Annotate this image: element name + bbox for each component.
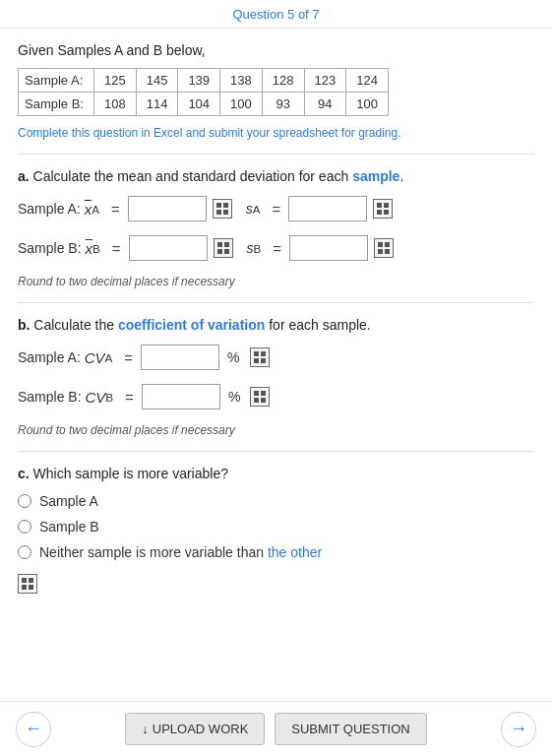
table-row: Sample A: 125 145 139 138 128 123 124	[19, 69, 389, 93]
action-buttons: ↓ UPLOAD WORK SUBMIT QUESTION	[125, 713, 426, 745]
svg-rect-16	[254, 351, 259, 356]
section-c-bold: c.	[18, 466, 30, 481]
cv-a-label: Sample A: CVA	[18, 349, 112, 366]
radio-label-neither: Neither sample is more variable than the…	[39, 544, 322, 560]
round-note-a: Round to two decimal places if necessary	[18, 275, 534, 288]
question-counter: Question 5 of 7	[232, 7, 319, 22]
std-a-input[interactable]	[288, 196, 367, 221]
grid-icon-mean-a[interactable]	[213, 199, 232, 219]
section-divider-a	[18, 154, 534, 155]
sub-a: A	[92, 203, 99, 216]
table-cell: 100	[346, 93, 389, 116]
svg-rect-10	[217, 249, 222, 254]
sample-a-mean-row: Sample A: xA = sA =	[18, 196, 534, 221]
grid-icon-std-b[interactable]	[374, 238, 394, 258]
svg-rect-5	[384, 203, 389, 208]
upload-label: UPLOAD WORK	[153, 722, 249, 736]
percent-a: %	[227, 349, 239, 365]
std-b-input[interactable]	[289, 235, 368, 261]
intro-text: Given Samples A and B below,	[18, 42, 534, 58]
xbar-b-symbol: x	[85, 240, 92, 257]
cv-b-input[interactable]	[142, 384, 220, 410]
svg-rect-3	[223, 210, 228, 215]
next-button[interactable]: →	[501, 712, 536, 747]
percent-b: %	[228, 389, 240, 405]
xbar-a-symbol: x	[85, 201, 92, 218]
svg-rect-13	[385, 242, 390, 247]
section-a-text: Calculate the mean and standard deviatio…	[33, 168, 404, 184]
table-cell: 93	[262, 93, 304, 116]
cv-a-row: Sample A: CVA = %	[18, 345, 534, 370]
sub-sa: A	[253, 203, 261, 216]
radio-item-b[interactable]: Sample B	[18, 519, 534, 535]
svg-rect-11	[224, 249, 229, 254]
highlight-neither: the other	[268, 544, 322, 560]
sample-table: Sample A: 125 145 139 138 128 123 124 Sa…	[18, 68, 389, 116]
sa-label: sA	[246, 201, 261, 217]
svg-rect-8	[217, 242, 222, 247]
radio-item-a[interactable]: Sample A	[18, 493, 534, 509]
table-cell: 100	[220, 93, 263, 116]
section-c-text: Which sample is more variable?	[33, 466, 228, 481]
mean-b-input[interactable]	[129, 235, 208, 261]
svg-rect-21	[261, 391, 266, 396]
svg-rect-14	[378, 249, 383, 254]
section-b-bold: b.	[18, 317, 30, 333]
radio-label-b: Sample B	[39, 519, 99, 535]
cv-b-symbol: CV	[85, 389, 105, 406]
bottom-grid-icon[interactable]	[18, 574, 37, 594]
section-a-bold: a.	[18, 168, 30, 184]
svg-rect-20	[254, 391, 259, 396]
eq-sign-3: =	[112, 240, 121, 257]
table-cell: 145	[136, 69, 178, 93]
main-content: Given Samples A and B below, Sample A: 1…	[0, 29, 552, 684]
sample-b-label: Sample B:	[19, 93, 94, 116]
sub-cv-a: A	[105, 351, 113, 364]
sample-b-text: Sample B:	[18, 240, 85, 256]
grid-icon-std-a[interactable]	[373, 199, 393, 219]
prev-button[interactable]: ←	[16, 712, 51, 747]
svg-rect-26	[22, 585, 27, 590]
svg-rect-2	[216, 210, 221, 215]
submit-button[interactable]: SUBMIT QUESTION	[275, 713, 426, 745]
radio-item-neither[interactable]: Neither sample is more variable than the…	[18, 544, 534, 560]
cv-a-symbol: CV	[85, 349, 105, 366]
grid-icon-cv-b[interactable]	[250, 387, 270, 407]
svg-rect-9	[224, 242, 229, 247]
sample-a-text: Sample A:	[18, 201, 85, 217]
radio-label-a: Sample A	[39, 493, 98, 509]
upload-button[interactable]: ↓ UPLOAD WORK	[125, 713, 265, 745]
section-c-label: c. Which sample is more variable?	[18, 466, 534, 481]
footer-bar: ← ↓ UPLOAD WORK SUBMIT QUESTION →	[0, 701, 552, 756]
sample-b-mean-row: Sample B: xB = sB =	[18, 235, 534, 261]
cv-b-label: Sample B: CVB	[18, 389, 113, 406]
svg-rect-25	[29, 578, 33, 583]
grid-icon-mean-b[interactable]	[214, 238, 233, 258]
grid-icon-cv-a[interactable]	[250, 347, 270, 367]
table-cell: 124	[346, 69, 389, 93]
cv-a-input[interactable]	[141, 345, 219, 370]
sample-b-mean-label: Sample B: xB	[18, 240, 100, 257]
eq-sign-1: =	[111, 201, 120, 218]
table-cell: 138	[220, 69, 263, 93]
round-note-b: Round to two decimal places if necessary	[18, 423, 534, 437]
cv-b-row: Sample B: CVB = %	[18, 384, 534, 410]
sub-cv-b: B	[105, 391, 113, 404]
section-b-label: b. Calculate the coefficient of variatio…	[18, 317, 534, 333]
table-cell: 94	[304, 93, 346, 116]
radio-sample-a[interactable]	[18, 494, 31, 508]
table-cell: 125	[93, 69, 136, 93]
eq-sign-4: =	[273, 240, 281, 257]
radio-sample-b[interactable]	[18, 520, 31, 534]
eq-sign-2: =	[273, 201, 281, 218]
svg-rect-7	[384, 210, 389, 215]
radio-neither[interactable]	[18, 545, 31, 559]
s-a-text: s	[246, 201, 253, 217]
mean-a-input[interactable]	[128, 196, 207, 221]
svg-rect-17	[261, 351, 266, 356]
sb-label: sB	[247, 240, 262, 256]
question-header: Question 5 of 7	[0, 0, 552, 29]
eq-sign-5: =	[124, 349, 133, 366]
sub-b: B	[92, 242, 100, 255]
svg-rect-0	[216, 203, 221, 208]
